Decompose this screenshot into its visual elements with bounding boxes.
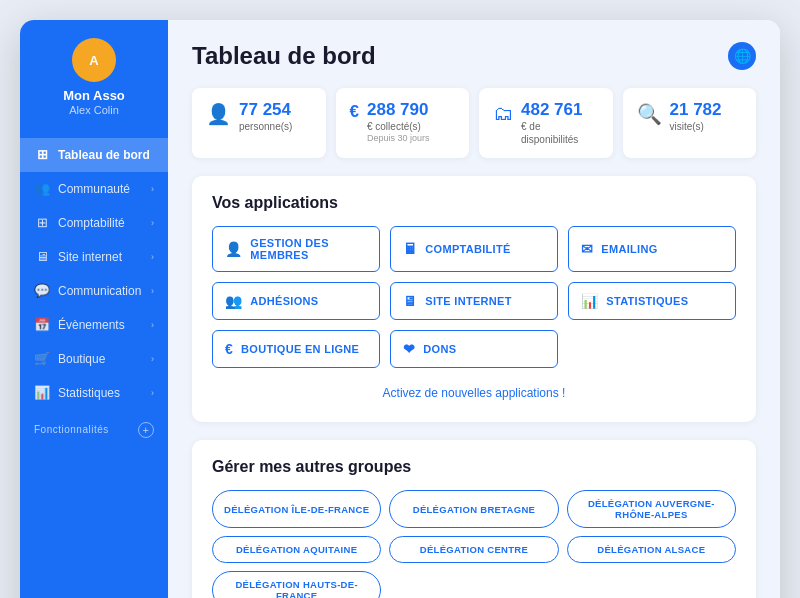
sidebar-item-boutique[interactable]: 🛒 Boutique ›: [20, 342, 168, 376]
website-icon: 🖥: [403, 293, 417, 309]
stat-value-persons: 77 254: [239, 100, 292, 120]
sidebar-item-label: Communication: [58, 284, 141, 298]
group-hauts-de-france[interactable]: DÉLÉGATION HAUTS-DE-FRANCE: [212, 571, 381, 598]
shop-icon: 🛒: [34, 351, 50, 367]
monitor-icon: 🖥: [34, 249, 50, 265]
group-centre[interactable]: DÉLÉGATION CENTRE: [389, 536, 558, 563]
chevron-right-icon: ›: [151, 184, 154, 194]
stat-label-disponibilities: € de disponibilités: [521, 120, 599, 146]
sidebar-nav: ⊞ Tableau de bord 👥 Communauté › ⊞ Compt…: [20, 138, 168, 598]
app-boutique-en-ligne[interactable]: € BOUTIQUE EN LIGNE: [212, 330, 380, 368]
stat-label-persons: personne(s): [239, 120, 292, 133]
sidebar-logo: A Mon Asso Alex Colin: [20, 20, 168, 130]
chevron-right-icon: ›: [151, 354, 154, 364]
page-title: Tableau de bord: [192, 42, 376, 70]
app-comptabilite[interactable]: 🖩 COMPTABILITÉ: [390, 226, 558, 272]
app-window: A Mon Asso Alex Colin ⊞ Tableau de bord …: [20, 20, 780, 598]
sidebar-item-comptabilite[interactable]: ⊞ Comptabilité ›: [20, 206, 168, 240]
boutique-icon: €: [225, 341, 233, 357]
app-label: SITE INTERNET: [425, 295, 511, 307]
groups-panel-title: Gérer mes autres groupes: [212, 458, 736, 476]
accounting-app-icon: 🖩: [403, 241, 417, 257]
accounting-icon: ⊞: [34, 215, 50, 231]
org-name: Mon Asso: [63, 88, 125, 104]
group-bretagne[interactable]: DÉLÉGATION BRETAGNE: [389, 490, 558, 528]
stat-card-persons: 👤 77 254 personne(s): [192, 88, 326, 158]
chevron-right-icon: ›: [151, 286, 154, 296]
stat-label-collected: € collecté(s): [367, 120, 430, 133]
stat-label-visits: visite(s): [670, 120, 722, 133]
app-label: EMAILING: [601, 243, 657, 255]
groups-grid: DÉLÉGATION ÎLE-DE-FRANCE DÉLÉGATION BRET…: [212, 490, 736, 598]
globe-button[interactable]: 🌐: [728, 42, 756, 70]
stat-card-visits: 🔍 21 782 visite(s): [623, 88, 757, 158]
user-name: Alex Colin: [69, 104, 119, 116]
sidebar-item-label: Comptabilité: [58, 216, 125, 230]
stats-row: 👤 77 254 personne(s) € 288 790 € collect…: [192, 88, 756, 158]
add-functionality-button[interactable]: +: [138, 422, 154, 438]
member-icon: 👤: [225, 241, 242, 257]
main-content: Tableau de bord 🌐 👤 77 254 personne(s) €…: [168, 20, 780, 598]
community-icon: 👥: [34, 181, 50, 197]
app-emailing[interactable]: ✉ EMAILING: [568, 226, 736, 272]
stat-sublabel-collected: Depuis 30 jours: [367, 133, 430, 143]
app-label: ADHÉSIONS: [250, 295, 318, 307]
stat-card-collected: € 288 790 € collecté(s) Depuis 30 jours: [336, 88, 470, 158]
sidebar-item-communaute[interactable]: 👥 Communauté ›: [20, 172, 168, 206]
page-header: Tableau de bord 🌐: [192, 42, 756, 70]
chevron-right-icon: ›: [151, 252, 154, 262]
app-label: STATISTIQUES: [606, 295, 688, 307]
stat-card-disponibilities: 🗂 482 761 € de disponibilités: [479, 88, 613, 158]
sidebar-item-statistiques[interactable]: 📊 Statistiques ›: [20, 376, 168, 410]
sidebar-item-label: Statistiques: [58, 386, 120, 400]
sidebar-item-tableau-de-bord[interactable]: ⊞ Tableau de bord: [20, 138, 168, 172]
apps-panel-title: Vos applications: [212, 194, 736, 212]
sidebar-item-communication[interactable]: 💬 Communication ›: [20, 274, 168, 308]
chevron-right-icon: ›: [151, 218, 154, 228]
chat-icon: 💬: [34, 283, 50, 299]
sidebar-item-label: Site internet: [58, 250, 122, 264]
sidebar-item-label: Boutique: [58, 352, 105, 366]
sidebar: A Mon Asso Alex Colin ⊞ Tableau de bord …: [20, 20, 168, 598]
chevron-right-icon: ›: [151, 388, 154, 398]
stat-value-collected: 288 790: [367, 100, 430, 120]
app-gestion-membres[interactable]: 👤 GESTION DES MEMBRES: [212, 226, 380, 272]
apps-grid: 👤 GESTION DES MEMBRES 🖩 COMPTABILITÉ ✉ E…: [212, 226, 736, 368]
app-label: BOUTIQUE EN LIGNE: [241, 343, 359, 355]
sidebar-item-label: Évènements: [58, 318, 125, 332]
group-alsace[interactable]: DÉLÉGATION ALSACE: [567, 536, 736, 563]
activate-apps-link[interactable]: Activez de nouvelles applications !: [212, 382, 736, 404]
heart-icon: ❤: [403, 341, 415, 357]
avatar: A: [72, 38, 116, 82]
stats-icon: 📊: [34, 385, 50, 401]
calendar-icon: 📅: [34, 317, 50, 333]
app-dons[interactable]: ❤ DONS: [390, 330, 558, 368]
sidebar-item-label: Communauté: [58, 182, 130, 196]
group-ile-de-france[interactable]: DÉLÉGATION ÎLE-DE-FRANCE: [212, 490, 381, 528]
euro-icon: €: [350, 102, 359, 122]
group-aquitaine[interactable]: DÉLÉGATION AQUITAINE: [212, 536, 381, 563]
app-label: DONS: [423, 343, 456, 355]
app-label: COMPTABILITÉ: [425, 243, 510, 255]
app-adhesions[interactable]: 👥 ADHÉSIONS: [212, 282, 380, 320]
app-statistiques[interactable]: 📊 STATISTIQUES: [568, 282, 736, 320]
persons-icon: 👤: [206, 102, 231, 126]
apps-panel: Vos applications 👤 GESTION DES MEMBRES 🖩…: [192, 176, 756, 422]
stats-app-icon: 📊: [581, 293, 598, 309]
adhesion-icon: 👥: [225, 293, 242, 309]
calculator-icon: 🗂: [493, 102, 513, 125]
stat-value-disponibilities: 482 761: [521, 100, 599, 120]
stat-value-visits: 21 782: [670, 100, 722, 120]
chevron-right-icon: ›: [151, 320, 154, 330]
email-icon: ✉: [581, 241, 593, 257]
sidebar-item-evenements[interactable]: 📅 Évènements ›: [20, 308, 168, 342]
app-site-internet[interactable]: 🖥 SITE INTERNET: [390, 282, 558, 320]
sidebar-item-label: Tableau de bord: [58, 148, 150, 162]
search-icon: 🔍: [637, 102, 662, 126]
app-label: GESTION DES MEMBRES: [250, 237, 367, 261]
grid-icon: ⊞: [34, 147, 50, 163]
sidebar-item-site-internet[interactable]: 🖥 Site internet ›: [20, 240, 168, 274]
sidebar-section-title: Fonctionnalités +: [20, 410, 168, 442]
groups-panel: Gérer mes autres groupes DÉLÉGATION ÎLE-…: [192, 440, 756, 598]
group-auvergne-rhone-alpes[interactable]: DÉLÉGATION AUVERGNE-RHÔNE-ALPES: [567, 490, 736, 528]
